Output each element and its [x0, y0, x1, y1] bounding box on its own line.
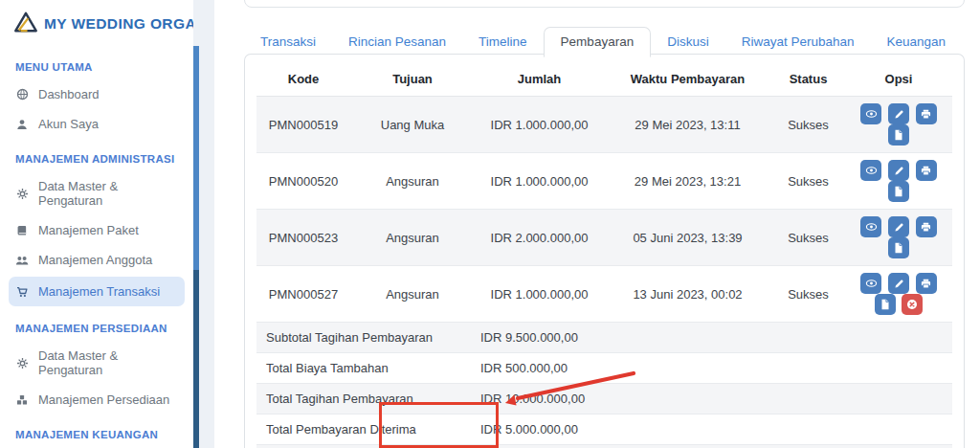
table-row: PMN000520 Angsuran IDR 1.000.000,00 29 M…	[256, 153, 952, 210]
tab-pembayaran[interactable]: Pembayaran	[544, 27, 652, 57]
sidebar-item-label: Manajemen Transaksi	[38, 284, 160, 299]
invoice-button[interactable]	[875, 294, 896, 315]
cell-jumlah: IDR 1.000.000,00	[475, 153, 604, 210]
sidebar-section-manajemen-administrasi: MANAJEMEN ADMINISTRASI	[0, 139, 193, 171]
sidebar-item-akun-saya[interactable]: Akun Saya	[0, 109, 193, 139]
summary-value: IDR 5.000.000,00	[475, 445, 952, 448]
cell-jumlah: IDR 2.000.000,00	[475, 210, 604, 266]
sidebar-item-data-master-persediaan[interactable]: Data Master & Pengaturan	[0, 341, 193, 385]
summary-row: Total Kekurangan Pembayaran IDR 5.000.00…	[256, 445, 952, 448]
tab-timeline[interactable]: Timeline	[462, 28, 544, 56]
tab-riwayat-perubahan[interactable]: Riwayat Perubahan	[725, 28, 871, 56]
sidebar-item-label: Dashboard	[38, 87, 100, 101]
cell-kode: PMN000527	[256, 266, 350, 323]
sidebar-item-dashboard[interactable]: Dashboard	[0, 79, 193, 109]
invoice-button[interactable]	[888, 237, 909, 258]
tab-keuangan[interactable]: Keuangan	[871, 28, 963, 56]
users-icon	[15, 254, 29, 266]
invoice-button[interactable]	[888, 124, 909, 146]
summary-label: Total Biaya Tambahan	[256, 353, 475, 384]
summary-value: IDR 500.000,00	[475, 353, 952, 384]
sidebar-scrollbar[interactable]	[193, 46, 199, 448]
status-text: Sukses	[771, 97, 845, 153]
main-content: Transaksi Rincian Pesanan Timeline Pemba…	[214, 0, 980, 448]
edit-button[interactable]	[888, 103, 909, 124]
card-above-clipped	[244, 0, 965, 8]
cell-jumlah: IDR 1.000.000,00	[475, 266, 604, 323]
print-button[interactable]	[916, 103, 937, 124]
summary-value: IDR 10.000.000,00	[475, 384, 952, 414]
cell-waktu: 05 Juni 2023, 13:39	[604, 210, 771, 266]
cart-icon	[15, 285, 29, 298]
sidebar-item-data-master-administrasi[interactable]: Data Master & Pengaturan	[0, 171, 193, 215]
sidebar: MY WEDDING ORGANI MENU UTAMA Dashboard A…	[0, 0, 214, 448]
sidebar-item-manajemen-transaksi[interactable]: Manajemen Transaksi	[9, 277, 185, 306]
sidebar-item-label: Manajemen Paket	[38, 223, 139, 237]
cell-kode: PMN000523	[256, 210, 350, 266]
print-button[interactable]	[916, 216, 937, 237]
cell-tujuan: Angsuran	[350, 153, 475, 210]
cell-waktu: 29 Mei 2023, 13:11	[604, 97, 771, 153]
cell-opsi	[845, 210, 952, 266]
cell-tujuan: Angsuran	[350, 266, 475, 323]
gears-icon	[15, 357, 29, 370]
sidebar-item-manajemen-persediaan[interactable]: Manajemen Persediaan	[0, 385, 193, 414]
sidebar-item-label: Data Master & Pengaturan	[38, 179, 178, 208]
table-header-row: Kode Tujuan Jumlah Waktu Pembayaran Stat…	[256, 62, 952, 97]
sidebar-item-label: Akun Saya	[38, 117, 99, 131]
table-row: PMN000527 Angsuran IDR 1.000.000,00 13 J…	[256, 266, 952, 323]
summary-row: Subtotal Tagihan Pembayaran IDR 9.500.00…	[256, 323, 952, 353]
summary-value: IDR 9.500.000,00	[475, 323, 952, 353]
tab-pane-pembayaran: Kode Tujuan Jumlah Waktu Pembayaran Stat…	[244, 54, 965, 448]
book-icon	[15, 224, 29, 236]
summary-label: Total Kekurangan Pembayaran	[256, 445, 475, 448]
status-text: Sukses	[771, 210, 845, 266]
sidebar-item-label: Manajemen Persediaan	[38, 392, 169, 407]
sidebar-item-manajemen-anggota[interactable]: Manajemen Anggota	[0, 245, 193, 275]
view-button[interactable]	[860, 273, 881, 294]
sidebar-scrollbar-thumb[interactable]	[193, 270, 199, 448]
col-header-kode: Kode	[256, 62, 350, 97]
cell-tujuan: Angsuran	[350, 210, 475, 266]
brand[interactable]: MY WEDDING ORGANI	[0, 0, 193, 47]
cell-opsi	[845, 266, 952, 323]
invoice-button[interactable]	[888, 181, 909, 202]
col-header-opsi: Opsi	[845, 62, 952, 97]
col-header-jumlah: Jumlah	[475, 62, 604, 97]
print-button[interactable]	[916, 160, 937, 181]
tab-transaksi[interactable]: Transaksi	[244, 28, 332, 56]
brand-logo-triangle-icon	[13, 11, 38, 37]
view-button[interactable]	[860, 103, 881, 124]
edit-button[interactable]	[888, 216, 909, 237]
edit-button[interactable]	[888, 273, 909, 294]
summary-value: IDR 5.000.000,00	[475, 414, 952, 445]
col-header-tujuan: Tujuan	[350, 62, 475, 97]
brand-name: MY WEDDING ORGANI	[44, 15, 193, 33]
tab-diskusi[interactable]: Diskusi	[651, 28, 725, 56]
sidebar-item-label: Data Master & Pengaturan	[38, 348, 178, 377]
view-button[interactable]	[860, 160, 881, 181]
cell-jumlah: IDR 1.000.000,00	[475, 97, 604, 153]
table-row: PMN000523 Angsuran IDR 2.000.000,00 05 J…	[256, 210, 952, 266]
summary-label: Total Pembayaran Diterima	[256, 414, 475, 445]
payments-table: Kode Tujuan Jumlah Waktu Pembayaran Stat…	[256, 62, 952, 448]
print-button[interactable]	[916, 273, 937, 294]
sidebar-item-label: Manajemen Anggota	[38, 253, 152, 267]
user-icon	[15, 118, 29, 130]
view-button[interactable]	[860, 216, 881, 237]
col-header-waktu-pembayaran: Waktu Pembayaran	[604, 62, 771, 97]
cell-waktu: 29 Mei 2023, 13:21	[604, 153, 771, 210]
status-text: Sukses	[771, 266, 845, 323]
cell-kode: PMN000520	[256, 153, 350, 210]
sidebar-section-menu-utama: MENU UTAMA	[0, 47, 193, 79]
sidebar-section-manajemen-keuangan: MANAJEMEN KEUANGAN	[0, 414, 193, 447]
boxes-icon	[15, 393, 29, 406]
sidebar-item-manajemen-paket[interactable]: Manajemen Paket	[0, 215, 193, 245]
sidebar-section-manajemen-persediaan: MANAJEMEN PERSEDIAAN	[0, 308, 193, 341]
edit-button[interactable]	[888, 160, 909, 181]
table-row: PMN000519 Uang Muka IDR 1.000.000,00 29 …	[256, 97, 952, 153]
cell-waktu: 13 Juni 2023, 00:02	[604, 266, 771, 323]
tab-rincian-pesanan[interactable]: Rincian Pesanan	[332, 28, 462, 56]
globe-icon	[15, 88, 29, 101]
cancel-button[interactable]	[902, 294, 923, 315]
